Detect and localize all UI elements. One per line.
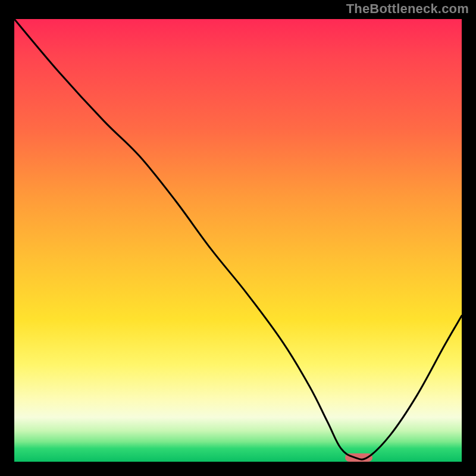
- bottleneck-curve: [14, 19, 462, 462]
- watermark-text: TheBottleneck.com: [346, 1, 469, 17]
- chart-frame: TheBottleneck.com: [0, 0, 476, 476]
- plot-border: [12, 17, 464, 464]
